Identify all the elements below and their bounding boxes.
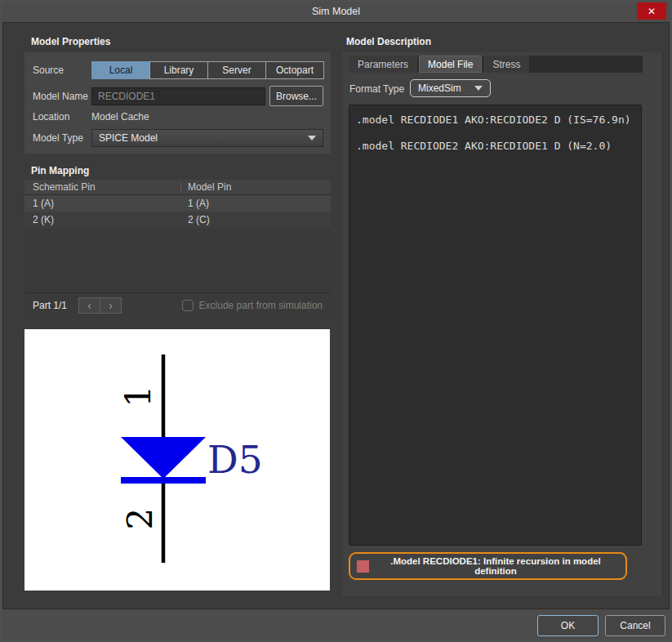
column-header-model-pin: Model Pin — [181, 181, 231, 193]
source-octopart-button[interactable]: Octopart — [265, 61, 324, 79]
warning-message: .Model RECDIODE1: Infinite recursion in … — [369, 556, 625, 576]
tab-stress[interactable]: Stress — [483, 56, 529, 73]
chevron-down-icon — [308, 136, 316, 140]
source-server-button[interactable]: Server — [207, 61, 266, 79]
location-label: Location — [33, 111, 69, 123]
model-description-heading: Model Description — [346, 36, 431, 47]
format-type-label: Format Type — [349, 83, 404, 95]
part-counter: Part 1/1 — [33, 300, 67, 311]
diode-symbol: D5 1 2 — [24, 329, 330, 591]
sim-model-dialog: Sim Model ✕ Model Properties Source Loca… — [0, 0, 672, 642]
title-bar: Sim Model ✕ — [2, 2, 670, 23]
column-header-schematic-pin: Schematic Pin — [24, 182, 181, 193]
exclude-part-checkbox[interactable] — [182, 300, 194, 311]
model-code-line: .model RECDIODE2 AKO:RECDIODE1 D (N=2.0) — [356, 140, 634, 153]
cancel-button[interactable]: Cancel — [605, 615, 665, 636]
chevron-down-icon — [474, 86, 483, 91]
designator-label: D5 — [207, 437, 263, 482]
model-name-input[interactable] — [91, 87, 265, 105]
close-button[interactable]: ✕ — [637, 2, 666, 20]
model-properties-panel: Source Local Library Server Octopart Mod… — [24, 52, 331, 154]
model-type-label: Model Type — [33, 132, 83, 144]
format-type-value: MixedSim — [418, 82, 461, 94]
format-type-dropdown[interactable]: MixedSim — [410, 79, 491, 97]
next-part-button[interactable]: › — [100, 297, 122, 314]
pin-table-footer: Part 1/1 ‹ › Exclude part from simulatio… — [24, 292, 331, 317]
error-square-icon — [357, 560, 369, 573]
source-library-button[interactable]: Library — [149, 61, 208, 79]
model-pin-cell: 1 (A) — [181, 198, 209, 209]
schematic-pin-cell: 1 (A) — [24, 198, 181, 209]
model-description-panel: Parameters Model File Stress Format Type… — [342, 52, 663, 596]
table-row[interactable]: 1 (A) 1 (A) — [24, 195, 331, 212]
warning-banner: .Model RECDIODE1: Infinite recursion in … — [349, 552, 627, 580]
pin-2-label: 2 — [120, 508, 160, 530]
browse-button[interactable]: Browse... — [269, 86, 323, 106]
close-icon: ✕ — [648, 6, 656, 17]
dialog-footer: OK Cancel — [2, 609, 670, 640]
pin-mapping-heading: Pin Mapping — [31, 165, 89, 176]
location-value: Model Cache — [91, 111, 149, 123]
diode-anode-triangle — [121, 437, 206, 479]
tab-parameters[interactable]: Parameters — [349, 56, 417, 73]
source-label: Source — [33, 65, 64, 76]
exclude-part-label: Exclude part from simulation — [199, 300, 323, 311]
model-name-label: Model Name — [33, 91, 88, 102]
chevron-right-icon: › — [109, 299, 113, 312]
source-button-group: Local Library Server Octopart — [91, 61, 324, 79]
model-properties-heading: Model Properties — [31, 36, 110, 47]
pin-mapping-table: Schematic Pin Model Pin 1 (A) 1 (A) 2 (K… — [24, 180, 331, 317]
model-code-line: .model RECDIODE1 AKO:RECDIODE2 D (IS=76.… — [356, 114, 634, 127]
description-tab-strip: Parameters Model File Stress — [349, 56, 643, 73]
model-type-value: SPICE Model — [99, 132, 158, 144]
source-local-button[interactable]: Local — [91, 61, 150, 79]
pin-table-header: Schematic Pin Model Pin — [24, 180, 331, 195]
tab-model-file[interactable]: Model File — [419, 56, 482, 73]
previous-part-button[interactable]: ‹ — [78, 297, 100, 314]
chevron-left-icon: ‹ — [87, 299, 91, 312]
model-type-dropdown[interactable]: SPICE Model — [91, 129, 323, 147]
dialog-title: Sim Model — [2, 6, 670, 17]
model-pin-cell: 2 (C) — [181, 214, 210, 225]
diode-cathode-bar — [121, 477, 206, 484]
schematic-preview: D5 1 2 — [24, 329, 330, 591]
pin-table-empty-area — [24, 228, 331, 292]
pin-1-label: 1 — [118, 386, 158, 408]
table-row[interactable]: 2 (K) 2 (C) — [24, 212, 331, 228]
schematic-pin-cell: 2 (K) — [24, 214, 181, 225]
model-file-editor[interactable]: .model RECDIODE1 AKO:RECDIODE2 D (IS=76.… — [349, 105, 642, 546]
ok-button[interactable]: OK — [537, 615, 599, 636]
